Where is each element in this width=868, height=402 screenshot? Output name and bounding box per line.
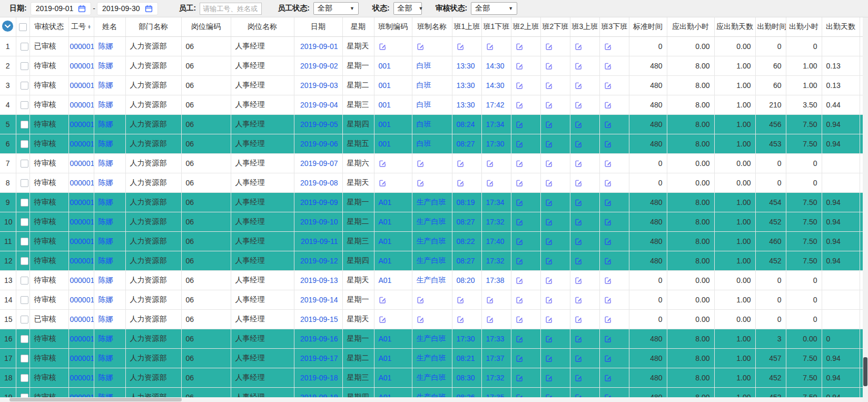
shift1-out-link[interactable]: 17:34 (486, 198, 505, 207)
edit-icon[interactable] (604, 257, 612, 265)
shift1-in-link[interactable]: 08:22 (457, 237, 475, 246)
shift1-in-link[interactable]: 08:27 (457, 257, 475, 265)
emp-no-link[interactable]: 000001 (70, 218, 94, 226)
row-checkbox[interactable] (21, 140, 28, 148)
horizontal-scrollbar[interactable] (0, 397, 863, 402)
edit-icon[interactable] (575, 257, 583, 265)
edit-icon[interactable] (379, 43, 387, 51)
edit-icon[interactable] (516, 238, 524, 246)
edit-icon[interactable] (604, 179, 612, 187)
date-link[interactable]: 2019-09-14 (300, 296, 338, 304)
edit-icon[interactable] (575, 316, 583, 323)
shift1-in-link[interactable]: 08:30 (457, 374, 475, 382)
employee-name-link[interactable]: 陈娜 (98, 334, 113, 342)
emp-no-link[interactable]: 000001 (70, 179, 94, 187)
sort-icon[interactable]: ▲▼ (87, 25, 91, 30)
edit-icon[interactable] (516, 160, 524, 168)
edit-icon[interactable] (516, 335, 524, 343)
edit-icon[interactable] (575, 355, 583, 362)
edit-icon[interactable] (604, 62, 612, 70)
shift1-in-link[interactable]: 13:30 (457, 81, 475, 90)
shift-name-link[interactable]: 生产白班 (417, 217, 446, 225)
shift-name-link[interactable]: 生产白班 (417, 256, 446, 264)
edit-icon[interactable] (604, 335, 612, 343)
shift-code-link[interactable]: 001 (379, 120, 391, 129)
edit-icon[interactable] (604, 199, 612, 207)
edit-icon[interactable] (545, 101, 553, 109)
date-link[interactable]: 2019-09-12 (300, 257, 338, 265)
row-checkbox[interactable] (21, 62, 28, 70)
row-checkbox[interactable] (21, 355, 28, 362)
edit-icon[interactable] (417, 43, 425, 51)
date-to-picker[interactable]: 2019-09-30 (97, 2, 158, 15)
date-link[interactable]: 2019-09-04 (300, 101, 338, 109)
edit-icon[interactable] (417, 179, 425, 187)
edit-icon[interactable] (575, 160, 583, 168)
date-link[interactable]: 2019-09-09 (300, 198, 338, 207)
audit-status-select[interactable]: 全部 ▼ (471, 2, 517, 15)
edit-icon[interactable] (545, 296, 553, 304)
employee-name-link[interactable]: 陈娜 (98, 100, 113, 109)
employee-name-link[interactable]: 陈娜 (98, 81, 113, 89)
employee-search-input[interactable] (200, 3, 262, 15)
date-link[interactable]: 2019-09-18 (300, 374, 338, 382)
edit-icon[interactable] (516, 257, 524, 265)
shift1-out-link[interactable]: 17:32 (486, 374, 505, 382)
date-link[interactable]: 2019-09-06 (300, 140, 338, 148)
shift1-out-link[interactable]: 17:42 (486, 101, 505, 109)
employee-name-link[interactable]: 陈娜 (98, 237, 113, 245)
row-checkbox[interactable] (21, 101, 28, 109)
edit-icon[interactable] (516, 316, 524, 323)
edit-icon[interactable] (604, 296, 612, 304)
edit-icon[interactable] (486, 179, 494, 187)
edit-icon[interactable] (604, 140, 612, 148)
row-checkbox[interactable] (21, 82, 28, 90)
edit-icon[interactable] (516, 277, 524, 285)
edit-icon[interactable] (516, 355, 524, 362)
edit-icon[interactable] (604, 316, 612, 323)
employee-name-link[interactable]: 陈娜 (98, 178, 113, 187)
emp-no-link[interactable]: 000001 (70, 335, 94, 343)
edit-icon[interactable] (575, 218, 583, 226)
shift-code-link[interactable]: 001 (379, 140, 391, 148)
row-checkbox[interactable] (21, 199, 28, 207)
row-checkbox[interactable] (21, 374, 28, 382)
edit-icon[interactable] (575, 238, 583, 246)
shift1-out-link[interactable]: 17:38 (486, 276, 505, 285)
edit-icon[interactable] (545, 199, 553, 207)
edit-icon[interactable] (575, 82, 583, 90)
shift1-out-link[interactable]: 17:32 (486, 218, 505, 226)
edit-icon[interactable] (457, 316, 465, 323)
edit-icon[interactable] (545, 374, 553, 382)
edit-icon[interactable] (486, 296, 494, 304)
edit-icon[interactable] (516, 82, 524, 90)
shift-code-link[interactable]: A01 (379, 237, 392, 246)
shift1-in-link[interactable]: 08:24 (457, 120, 475, 129)
edit-icon[interactable] (486, 160, 494, 168)
emp-no-link[interactable]: 000001 (70, 354, 94, 362)
edit-icon[interactable] (604, 355, 612, 362)
shift1-in-link[interactable]: 17:30 (457, 335, 475, 343)
shift1-in-link[interactable]: 08:27 (457, 140, 475, 148)
edit-icon[interactable] (545, 179, 553, 187)
edit-icon[interactable] (545, 316, 553, 323)
emp-no-link[interactable]: 000001 (70, 374, 94, 382)
edit-icon[interactable] (516, 62, 524, 70)
date-link[interactable]: 2019-09-05 (300, 120, 338, 129)
edit-icon[interactable] (604, 82, 612, 90)
employee-name-link[interactable]: 陈娜 (98, 276, 113, 284)
row-checkbox[interactable] (21, 257, 28, 265)
edit-icon[interactable] (516, 199, 524, 207)
emp-no-link[interactable]: 000001 (70, 42, 94, 51)
employee-name-link[interactable]: 陈娜 (98, 354, 113, 362)
edit-icon[interactable] (604, 277, 612, 285)
date-link[interactable]: 2019-09-08 (300, 179, 338, 187)
edit-icon[interactable] (379, 296, 387, 304)
edit-icon[interactable] (575, 43, 583, 51)
employee-name-link[interactable]: 陈娜 (98, 315, 113, 323)
shift-name-link[interactable]: 白班 (417, 81, 431, 89)
shift-code-link[interactable]: 001 (379, 101, 391, 109)
edit-icon[interactable] (516, 121, 524, 129)
edit-icon[interactable] (545, 277, 553, 285)
select-all-checkbox[interactable] (19, 23, 27, 31)
